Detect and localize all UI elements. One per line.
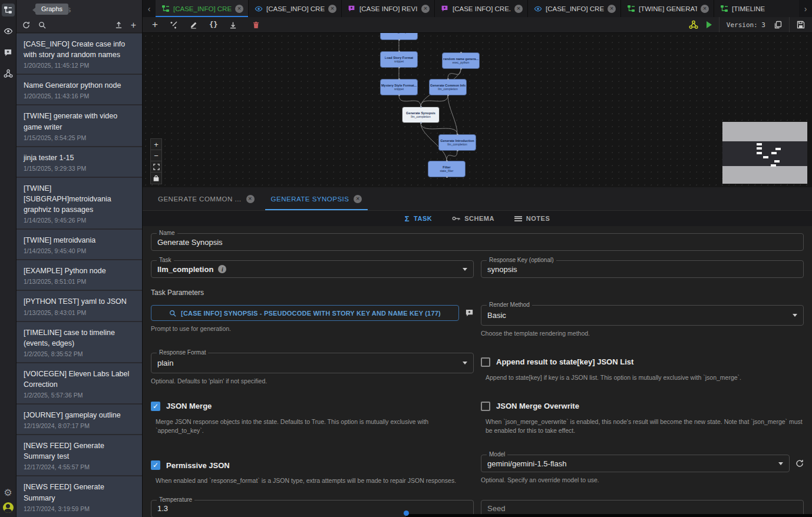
tabs-scroll-right-button[interactable]: ›	[799, 0, 812, 17]
task-select[interactable]: Task llm_completion i	[151, 260, 474, 278]
graph-list-item[interactable]: [CASE_INFO] Create case info with story …	[16, 34, 143, 74]
graph-node[interactable]: Mystery Style Format...snippet	[380, 79, 418, 95]
subtab-task[interactable]: Σ TASK	[405, 214, 432, 223]
graph-list-item[interactable]: [JOURNEY] gameplay outline12/19/2024, 8:…	[16, 405, 143, 434]
zoom-out-button[interactable]: −	[151, 150, 161, 161]
graph-item-timestamp: 1/20/2025, 11:45:12 PM	[24, 62, 136, 69]
refresh-icon[interactable]	[22, 21, 30, 29]
close-icon[interactable]: ×	[328, 5, 336, 13]
rail-preview-button[interactable]	[2, 25, 15, 38]
bottom-scrollbar-track[interactable]	[406, 514, 812, 517]
json-braces-icon[interactable]: {}	[209, 21, 217, 29]
editor-tab[interactable]: [TWINE] GENERAT...×	[621, 0, 714, 17]
editor-tab[interactable]: [CASE_INFO] CRE...×	[528, 0, 621, 17]
rail-graphs-button[interactable]	[2, 4, 15, 16]
subtab-schema[interactable]: SCHEMA	[452, 215, 494, 222]
rail-hooks-button[interactable]	[2, 67, 15, 80]
graph-node[interactable]: state_mkey	[380, 33, 418, 40]
graph-canvas[interactable]: state_mkeyLoad Story Formatsnippetrandom…	[143, 33, 812, 187]
lock-icon[interactable]	[151, 173, 161, 184]
subtab-notes[interactable]: NOTES	[514, 215, 550, 222]
json-merge-checkbox[interactable]: ✓ JSON Merge	[151, 402, 474, 411]
close-icon[interactable]: ×	[235, 5, 243, 13]
graph-node[interactable]: Generate Introductionllm_completion	[438, 134, 476, 151]
graph-list-item[interactable]: [TIMELINE] case to timeline (events, edg…	[16, 322, 143, 362]
render-method-select[interactable]: Render Method Basic	[481, 305, 804, 326]
graph-node[interactable]: Load Story Formatsnippet	[380, 51, 418, 68]
graph-list-item[interactable]: [PYTHON TEST] yaml to JSON1/13/2025, 8:4…	[16, 291, 143, 320]
wand-icon[interactable]	[170, 21, 178, 29]
checkbox-icon: ✓	[151, 402, 160, 411]
graph-list-item[interactable]: [NEWS FEED] Generate Summary test12/17/2…	[16, 435, 143, 475]
copy-icon[interactable]	[774, 21, 782, 29]
key-icon	[452, 216, 460, 221]
graph-list-item[interactable]: [TWINE] generate with video game writer1…	[16, 105, 143, 145]
graph-icon	[4, 6, 12, 15]
chevron-down-icon	[463, 362, 467, 364]
graph-list-item[interactable]: jinja tester 1-151/15/2025, 9:29:33 PM	[16, 147, 143, 177]
minimap-viewport	[722, 141, 807, 166]
node-tabs: GENERATE COMMON ...×GENERATE SYNOPSIS×	[143, 187, 812, 211]
plus-icon[interactable]: +	[131, 21, 136, 30]
task-value: llm_completion	[157, 265, 213, 274]
graph-list-item[interactable]: [EXAMPLE] Python node1/13/2025, 8:51:01 …	[16, 260, 143, 290]
close-icon[interactable]: ×	[514, 5, 523, 13]
minimap-node	[774, 160, 780, 163]
node-tab[interactable]: GENERATE COMMON ...×	[150, 187, 263, 210]
zoom-in-button[interactable]: +	[151, 139, 161, 150]
minimap-node	[757, 143, 762, 145]
graph-node[interactable]: Generate Synopsisllm_completion	[402, 107, 440, 123]
model-refresh-button[interactable]	[796, 459, 804, 468]
run-button[interactable]	[707, 21, 712, 28]
close-icon[interactable]: ×	[421, 5, 430, 13]
node-subtitle: llm_completion	[438, 87, 457, 91]
graph-list-item[interactable]: Name Generator python node1/20/2025, 11:…	[16, 75, 143, 104]
editor-tab[interactable]: [CASE_INFO] CRE...×	[156, 0, 249, 17]
tabs-scroll-left-button[interactable]: ‹	[143, 0, 156, 17]
graph-list-item[interactable]: [TWINE][SUBGRAPH]metroidvania graphviz t…	[16, 178, 143, 228]
prompt-comment-button[interactable]	[465, 309, 474, 317]
graph-list-item[interactable]: [VOICEGEN] Eleven Labs Label Correction1…	[16, 363, 143, 403]
fit-view-button[interactable]	[151, 161, 161, 173]
node-tab[interactable]: GENERATE SYNOPSIS×	[263, 187, 371, 210]
minimap[interactable]	[722, 122, 807, 184]
response-key-field[interactable]: Response Key (optional) synopsis	[481, 260, 804, 278]
editor-tab[interactable]: [CASE INFO] REVI...×	[342, 0, 435, 17]
editor-tab[interactable]: [TIMELINE	[714, 0, 799, 17]
add-node-button[interactable]: +	[152, 19, 158, 31]
trash-icon[interactable]	[252, 21, 260, 29]
graph-node[interactable]: Filterstate_filter	[428, 161, 466, 177]
tab-label: [CASE INFO] REVI...	[359, 5, 418, 12]
editor-tab[interactable]: [CASE INFO] CRE...×	[435, 0, 528, 17]
permissive-json-checkbox[interactable]: ✓ Permissive JSON	[151, 460, 474, 470]
upload-icon[interactable]	[115, 21, 123, 29]
comment-plus-icon	[348, 5, 356, 13]
panel-resize-handle[interactable]	[404, 511, 409, 516]
append-to-key-checkbox[interactable]: Append result to state[key] JSON List	[481, 357, 804, 367]
rail-account-button[interactable]	[2, 504, 15, 517]
node-tab-label: GENERATE COMMON ...	[158, 195, 242, 203]
save-icon[interactable]	[797, 21, 805, 29]
graph-list-item[interactable]: [NEWS FEED] Generate Summary12/17/2024, …	[16, 476, 143, 516]
webhook-icon[interactable]	[689, 20, 698, 29]
graph-node[interactable]: random name genera...exec_python	[442, 52, 480, 69]
close-icon[interactable]: ×	[246, 195, 255, 203]
rail-settings-button[interactable]: ⚙	[2, 486, 15, 499]
graph-list-item[interactable]: [TWINE] metroidvania1/14/2025, 9:45:40 P…	[16, 230, 143, 259]
render-method-caption: Choose the template rendering method.	[481, 329, 804, 339]
download-icon[interactable]	[229, 21, 237, 29]
close-icon[interactable]: ×	[701, 5, 709, 13]
pencil-icon[interactable]	[190, 21, 197, 29]
rail-comments-button[interactable]	[2, 46, 15, 59]
search-icon[interactable]	[38, 21, 46, 29]
close-icon[interactable]: ×	[608, 5, 616, 13]
model-select[interactable]: Model gemini/gemini-1.5-flash	[481, 455, 790, 472]
name-field[interactable]: Name Generate Synopsis	[151, 233, 804, 251]
graph-node[interactable]: Generate Common Infollm_completion	[429, 79, 467, 95]
response-format-select[interactable]: Response Format plain	[151, 353, 474, 373]
json-merge-overwrite-checkbox[interactable]: JSON Merge Overwrite	[481, 402, 804, 411]
close-icon[interactable]: ×	[354, 195, 362, 203]
info-icon[interactable]: i	[218, 265, 226, 273]
prompt-select-button[interactable]: [CASE INFO] SYNOPSIS - PSEUDOCODE WITH S…	[151, 305, 459, 321]
editor-tab[interactable]: [CASE_INFO] CRE...×	[249, 0, 342, 17]
